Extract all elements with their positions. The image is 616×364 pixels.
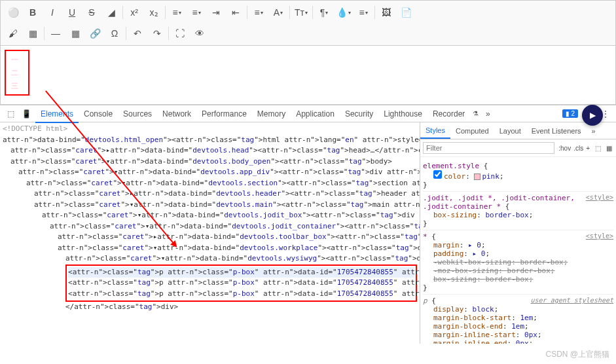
styles-tab-layout[interactable]: Layout xyxy=(494,124,526,138)
toolbar-box[interactable]: attr-n">class="caret">▸attr-n">data-bind… xyxy=(3,232,417,243)
workplace[interactable]: attr-n">class="caret">▾attr-n">data-bind… xyxy=(3,243,417,254)
subscript-icon[interactable]: x₂ xyxy=(144,3,164,22)
preview-icon[interactable]: 👁 xyxy=(190,24,209,43)
head-tag[interactable]: attr-n">class="caret">▸attr-n">data-bind… xyxy=(3,145,417,156)
hr-icon[interactable]: — xyxy=(46,24,65,43)
fullsize-icon[interactable]: ⛶ xyxy=(170,24,190,43)
font-icon[interactable]: A▾ xyxy=(268,3,288,22)
css-rule[interactable]: <style>* {margin: ▸ 0;padding: ▸ 0;-webk… xyxy=(423,230,613,295)
div-close: </attr-n">class="tag">div> xyxy=(3,302,417,313)
filter-btn-cls[interactable]: .cls xyxy=(572,143,585,153)
brush-icon[interactable]: 💧▾ xyxy=(334,3,353,22)
undo-icon[interactable]: ↶ xyxy=(128,24,147,43)
inspect-icon[interactable]: ⬚ xyxy=(4,109,17,118)
devtools-panel: ⬚ 📱 ElementsConsoleSourcesNetworkPerform… xyxy=(0,105,616,344)
styles-filter-input[interactable] xyxy=(423,142,554,154)
toggle-classes-icon[interactable]: ⬚ xyxy=(594,143,602,153)
align-left-icon[interactable]: ≡▾ xyxy=(249,3,268,22)
table-icon[interactable]: ▦ xyxy=(65,24,85,43)
file-icon[interactable]: 📄 xyxy=(396,3,416,22)
italic-icon[interactable]: I xyxy=(43,3,62,22)
css-rule[interactable]: user agent stylesheetp {display: block;m… xyxy=(423,295,613,344)
ol-icon[interactable]: ≡▾ xyxy=(187,3,206,22)
paragraph-icon[interactable]: ¶▾ xyxy=(314,3,334,22)
errors-count-badge[interactable]: ▮ 2 xyxy=(562,109,578,118)
jodit-container[interactable]: attr-n">class="caret">▾attr-n">data-bind… xyxy=(3,221,417,232)
p-element-line[interactable]: <attr-n">class="tag">p attr-n">class="p-… xyxy=(68,289,414,300)
main-tag[interactable]: attr-n">class="caret">▾attr-n">data-bind… xyxy=(3,200,417,211)
wysiwyg[interactable]: attr-n">class="caret">▾attr-n">data-bind… xyxy=(3,253,417,264)
css-rule[interactable]: element.style {color: pink;} xyxy=(423,160,613,192)
styles-tab-computed[interactable]: Computed xyxy=(450,124,494,138)
styles-panel: StylesComputedLayoutEvent Listeners» :ho… xyxy=(420,122,616,344)
computed-toggle-icon[interactable]: ▦ xyxy=(605,143,613,153)
device-icon[interactable]: 📱 xyxy=(20,109,33,118)
editor-content-area[interactable]: 一 二 三 xyxy=(0,46,616,105)
filter-btn-+[interactable]: + xyxy=(585,143,591,153)
devtools-tab-application[interactable]: Application xyxy=(291,106,340,122)
devtools-tab-memory[interactable]: Memory xyxy=(252,106,291,122)
highlighted-content-box: 一 二 三 xyxy=(5,50,29,96)
p-element-line[interactable]: <attr-n">class="tag">p attr-n">class="p-… xyxy=(68,267,414,278)
recorder-badge-icon: ⚗ xyxy=(473,110,479,117)
devtools-tab-performance[interactable]: Performance xyxy=(196,106,252,122)
app-div[interactable]: attr-n">class="caret">▾attr-n">data-bind… xyxy=(3,167,417,178)
devtools-tabs: ⬚ 📱 ElementsConsoleSourcesNetworkPerform… xyxy=(0,105,616,122)
line-height-icon[interactable]: ≡▾ xyxy=(353,3,373,22)
devtools-tab-lighthouse[interactable]: Lighthouse xyxy=(378,106,427,122)
more-tabs-icon[interactable]: » xyxy=(481,109,494,118)
p-element-line[interactable]: <attr-n">class="tag">p attr-n">class="p-… xyxy=(68,278,414,289)
doctype-line: <!DOCTYPE html> xyxy=(3,124,417,135)
jodit-box[interactable]: attr-n">class="caret">▾attr-n">data-bind… xyxy=(3,210,417,221)
filter-btn-hov[interactable]: :hov xyxy=(557,143,572,153)
devtools-tab-network[interactable]: Network xyxy=(157,106,196,122)
styles-tab-styles[interactable]: Styles xyxy=(420,123,450,139)
elements-tree[interactable]: <!DOCTYPE html> attr-n">data-bind="devto… xyxy=(0,122,420,344)
underline-icon[interactable]: U xyxy=(62,3,82,22)
outdent-icon[interactable]: ⇤ xyxy=(226,3,245,22)
ul-icon[interactable]: ≡▾ xyxy=(167,3,187,22)
font-size-icon[interactable]: Tт▾ xyxy=(291,3,311,22)
image-icon[interactable]: 🖼 xyxy=(376,3,396,22)
editor-line: 二 xyxy=(11,67,23,80)
devtools-tab-security[interactable]: Security xyxy=(340,106,378,122)
eraser-icon[interactable]: ◢ xyxy=(101,3,121,22)
editor-line: 三 xyxy=(11,80,23,93)
redo-icon[interactable]: ↷ xyxy=(147,24,167,43)
source-icon[interactable]: ⚪ xyxy=(3,3,23,22)
section-tag[interactable]: attr-n">class="caret">▾attr-n">data-bind… xyxy=(3,178,417,189)
link-icon[interactable]: 🔗 xyxy=(85,24,105,43)
editor-line: 一 xyxy=(11,54,23,67)
superscript-icon[interactable]: x² xyxy=(124,3,144,22)
header-tag[interactable]: attr-n">class="caret">▸attr-n">data-bind… xyxy=(3,189,417,200)
devtools-tab-sources[interactable]: Sources xyxy=(118,106,157,122)
select-all-icon[interactable]: ▦ xyxy=(23,24,43,43)
devtools-tab-console[interactable]: Console xyxy=(79,106,118,122)
copyformat-icon[interactable]: 🖌 xyxy=(3,24,23,43)
symbol-icon[interactable]: Ω xyxy=(105,24,124,43)
css-rules[interactable]: element.style {color: pink;}<style>.jodi… xyxy=(420,157,616,344)
styles-tab-event-listeners[interactable]: Event Listeners xyxy=(526,124,587,138)
indent-icon[interactable]: ⇥ xyxy=(206,3,226,22)
highlighted-dom-block: <attr-n">class="tag">p attr-n">class="p-… xyxy=(65,264,417,302)
watermark-text: CSDN @上官熊猫 xyxy=(545,349,609,360)
body-tag[interactable]: attr-n">class="caret">▾attr-n">data-bind… xyxy=(3,156,417,168)
floating-action-button[interactable]: ▶ xyxy=(582,105,603,126)
html-tag[interactable]: attr-n">data-bind="devtools.html_open"><… xyxy=(3,135,417,146)
devtools-tab-recorder[interactable]: Recorder xyxy=(427,106,470,122)
editor-toolbar: ⚪BIUS◢x²x₂≡▾≡▾⇥⇤≡▾A▾Tт▾¶▾💧▾≡▾🖼📄 🖌▦—▦🔗Ω↶↷… xyxy=(0,0,616,46)
bold-icon[interactable]: B xyxy=(23,3,43,22)
devtools-tab-elements[interactable]: Elements xyxy=(35,106,79,123)
prop-toggle[interactable] xyxy=(433,170,442,179)
css-rule[interactable]: <style>.jodit, .jodit *, .jodit-containe… xyxy=(423,192,613,230)
strike-icon[interactable]: S xyxy=(82,3,101,22)
